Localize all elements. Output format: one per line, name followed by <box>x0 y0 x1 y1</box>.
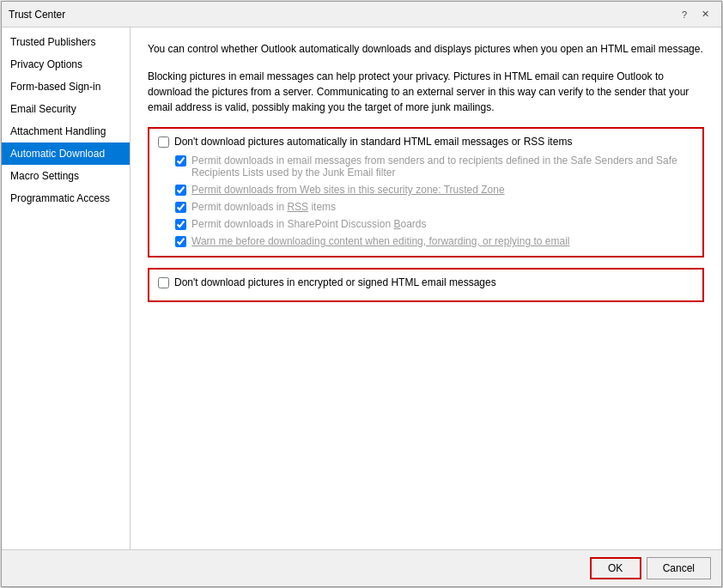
sub-option1-label: Permit downloads in email messages from … <box>191 155 694 179</box>
option1-label[interactable]: Don't download pictures automatically in… <box>174 136 572 148</box>
sub-option5-label: Warn me before downloading content when … <box>191 235 569 247</box>
sub-option1-checkbox[interactable] <box>175 155 186 167</box>
dialog-body: Trusted PublishersPrivacy OptionsForm-ba… <box>2 27 721 549</box>
sub-option3-label: Permit downloads in RSS items <box>191 201 336 213</box>
sub-option-3: Permit downloads in RSS items <box>175 199 694 215</box>
sub-options: Permit downloads in email messages from … <box>158 153 694 249</box>
description-1: You can control whether Outlook automati… <box>148 41 704 57</box>
dialog-footer: OK Cancel <box>2 549 721 586</box>
option2-checkbox[interactable] <box>158 277 169 288</box>
help-button[interactable]: ? <box>675 6 694 23</box>
sub-option5-checkbox[interactable] <box>175 236 186 247</box>
option-group-2: Don't download pictures in encrypted or … <box>148 268 704 302</box>
sidebar: Trusted PublishersPrivacy OptionsForm-ba… <box>2 27 131 549</box>
option2-container: Don't download pictures in encrypted or … <box>158 276 694 288</box>
sub-option4-checkbox[interactable] <box>175 219 186 230</box>
cancel-button[interactable]: Cancel <box>647 557 711 579</box>
sidebar-item-form-based-signin[interactable]: Form-based Sign-in <box>2 76 130 98</box>
sidebar-item-automatic-download[interactable]: Automatic Download <box>2 142 130 165</box>
trust-center-dialog: Trust Center ? ✕ Trusted PublishersPriva… <box>1 1 722 587</box>
sidebar-item-programmatic-access[interactable]: Programmatic Access <box>2 187 130 209</box>
sub-option2-checkbox[interactable] <box>175 185 186 196</box>
title-bar-controls: ? ✕ <box>675 6 714 23</box>
sub-option4-label: Permit downloads in SharePoint Discussio… <box>191 218 427 230</box>
sub-option-5: Warn me before downloading content when … <box>175 233 694 249</box>
sub-option2-label: Permit downloads from Web sites in this … <box>191 184 505 196</box>
ok-button[interactable]: OK <box>590 557 641 579</box>
main-content: You can control whether Outlook automati… <box>131 27 721 549</box>
sub-option-4: Permit downloads in SharePoint Discussio… <box>175 216 694 232</box>
sub-option3-checkbox[interactable] <box>175 202 186 213</box>
dialog-title: Trust Center <box>9 9 65 21</box>
option1-checkbox[interactable] <box>158 136 169 148</box>
title-bar: Trust Center ? ✕ <box>2 2 721 27</box>
sidebar-item-email-security[interactable]: Email Security <box>2 98 130 120</box>
sub-option-1: Permit downloads in email messages from … <box>175 153 694 180</box>
sub-option-2: Permit downloads from Web sites in this … <box>175 182 694 197</box>
sidebar-item-macro-settings[interactable]: Macro Settings <box>2 165 130 187</box>
sidebar-item-privacy-options[interactable]: Privacy Options <box>2 53 130 76</box>
option1-container: Don't download pictures automatically in… <box>158 136 694 148</box>
close-button[interactable]: ✕ <box>696 6 714 23</box>
description-2: Blocking pictures in email messages can … <box>148 69 704 115</box>
option-group-1: Don't download pictures automatically in… <box>148 127 704 258</box>
sidebar-item-attachment-handling[interactable]: Attachment Handling <box>2 120 130 142</box>
sidebar-item-trusted-publishers[interactable]: Trusted Publishers <box>2 31 130 53</box>
option2-label[interactable]: Don't download pictures in encrypted or … <box>174 276 496 288</box>
